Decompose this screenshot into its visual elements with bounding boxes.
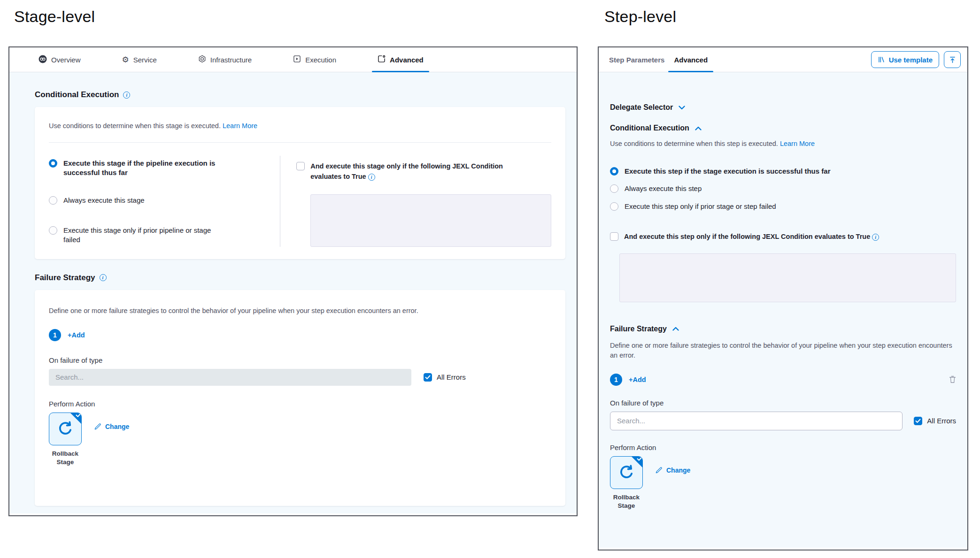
change-action-button[interactable]: Change — [94, 423, 129, 430]
jexl-condition-input[interactable] — [619, 253, 956, 302]
jexl-condition-section: And execute this stage only if the follo… — [280, 156, 551, 247]
radio-label: Always execute this step — [625, 184, 702, 193]
change-label: Change — [666, 466, 690, 474]
save-as-template-button[interactable] — [944, 51, 961, 68]
tab-advanced[interactable]: Advanced — [674, 47, 708, 72]
use-template-button[interactable]: Use template — [871, 51, 939, 68]
tab-label: Service — [133, 56, 157, 64]
step-advanced-content: Delegate Selector Conditional Execution … — [599, 72, 967, 548]
radio-option-always-execute[interactable]: Always execute this step — [610, 184, 956, 193]
delete-strategy-button[interactable] — [949, 375, 956, 383]
all-errors-option[interactable]: All Errors — [424, 373, 466, 382]
advanced-icon — [378, 55, 386, 64]
radio-label: Always execute this stage — [63, 196, 145, 205]
info-icon[interactable]: i — [100, 274, 107, 281]
delegate-selector-heading[interactable]: Delegate Selector — [610, 103, 956, 112]
radio-icon — [49, 159, 57, 168]
radio-option-prior-failed[interactable]: Execute this step only if prior stage or… — [610, 202, 956, 211]
radio-icon — [610, 202, 618, 211]
execution-condition-options: Execute this stage if the pipeline execu… — [49, 156, 280, 247]
info-icon[interactable]: i — [123, 92, 130, 99]
failure-strategy-heading: Failure Strategy i — [35, 273, 565, 283]
divider — [49, 142, 551, 143]
radio-option-always-execute[interactable]: Always execute this stage — [49, 196, 280, 205]
all-errors-label: All Errors — [927, 417, 956, 425]
jexl-condition-input[interactable] — [310, 194, 551, 247]
stage-level-panel: Overview ⚙ Service Infrastructure Execut… — [8, 46, 578, 516]
jexl-condition-checkbox[interactable] — [296, 162, 305, 170]
pencil-icon — [655, 466, 663, 474]
strategy-badge[interactable]: 1 — [610, 374, 622, 386]
action-name: Rollback Stage — [49, 450, 82, 467]
learn-more-link[interactable]: Learn More — [780, 140, 815, 147]
all-errors-option[interactable]: All Errors — [914, 416, 956, 425]
tab-service[interactable]: ⚙ Service — [122, 47, 157, 72]
tab-execution[interactable]: Execution — [293, 47, 336, 72]
on-failure-of-type-label: On failure of type — [49, 356, 551, 364]
radio-label: Execute this stage only if prior pipelin… — [63, 226, 218, 245]
failure-type-search-input[interactable] — [49, 369, 411, 386]
step-level-title: Step-level — [604, 8, 676, 26]
action-name: Rollback Stage — [610, 493, 643, 511]
rollback-stage-action-card[interactable] — [610, 456, 643, 489]
rollback-stage-action-card[interactable] — [49, 413, 82, 445]
section-title: Failure Strategy — [610, 325, 667, 333]
hexagon-icon — [198, 55, 206, 64]
failure-strategy-description: Define one or more failure strategies to… — [49, 306, 551, 316]
radio-label: Execute this stage if the pipeline execu… — [63, 159, 218, 178]
jexl-condition-checkbox[interactable] — [610, 232, 618, 241]
section-title: Conditional Execution — [35, 90, 119, 99]
change-action-button[interactable]: Change — [655, 466, 690, 474]
step-tab-bar: Step Parameters Advanced Use template — [599, 47, 967, 72]
tab-advanced[interactable]: Advanced — [378, 47, 424, 72]
learn-more-link[interactable]: Learn More — [223, 122, 257, 130]
strategy-badge[interactable]: 1 — [49, 329, 61, 341]
radio-option-stage-successful[interactable]: Execute this step if the stage execution… — [610, 167, 956, 176]
section-title: Failure Strategy — [35, 273, 95, 283]
failure-strategy-card: Define one or more failure strategies to… — [35, 290, 565, 506]
tab-label: Overview — [51, 56, 81, 64]
conditional-execution-description: Use conditions to determine when this st… — [610, 139, 956, 149]
conditional-execution-card: Use conditions to determine when this st… — [35, 107, 565, 259]
description-text: Use conditions to determine when this st… — [610, 140, 778, 147]
radio-icon — [49, 196, 57, 205]
all-errors-checkbox[interactable] — [914, 417, 922, 425]
tab-overview[interactable]: Overview — [39, 47, 81, 72]
jexl-condition-section: And execute this step only if the follow… — [610, 232, 956, 242]
radio-label: Execute this step only if prior stage or… — [625, 202, 776, 211]
tab-label: Infrastructure — [210, 56, 252, 64]
info-icon[interactable]: i — [368, 174, 375, 181]
info-icon[interactable]: i — [872, 234, 879, 241]
radio-icon — [49, 226, 57, 235]
radio-option-prior-failed[interactable]: Execute this stage only if prior pipelin… — [49, 226, 280, 245]
add-strategy-button[interactable]: +Add — [68, 331, 85, 339]
selected-check-icon — [70, 413, 82, 424]
section-title: Conditional Execution — [610, 124, 689, 132]
conditional-execution-description: Use conditions to determine when this st… — [49, 121, 551, 131]
tab-label: Advanced — [390, 56, 424, 64]
on-failure-of-type-label: On failure of type — [610, 399, 956, 407]
conditional-execution-heading[interactable]: Conditional Execution — [610, 124, 956, 132]
overview-icon — [39, 55, 47, 65]
library-icon — [878, 56, 885, 63]
step-level-panel: Step Parameters Advanced Use template De… — [598, 46, 968, 550]
tab-label: Advanced — [674, 56, 708, 64]
add-strategy-button[interactable]: +Add — [629, 376, 646, 383]
section-title: Delegate Selector — [610, 103, 673, 112]
radio-label: Execute this step if the stage execution… — [625, 167, 830, 176]
conditional-execution-heading: Conditional Execution i — [35, 90, 565, 99]
radio-option-pipeline-successful[interactable]: Execute this stage if the pipeline execu… — [49, 159, 280, 178]
all-errors-checkbox[interactable] — [424, 373, 432, 382]
failure-strategy-heading[interactable]: Failure Strategy — [610, 325, 956, 333]
radio-icon — [610, 184, 618, 193]
execution-condition-options: Execute this step if the stage execution… — [610, 167, 956, 211]
radio-icon — [610, 167, 618, 176]
tab-label: Execution — [305, 56, 336, 64]
jexl-label-text: And execute this step only if the follow… — [624, 233, 870, 240]
tab-label: Step Parameters — [609, 56, 664, 64]
failure-type-search-input[interactable] — [610, 412, 903, 430]
stage-tab-bar: Overview ⚙ Service Infrastructure Execut… — [9, 47, 577, 72]
tab-step-parameters[interactable]: Step Parameters — [609, 47, 664, 72]
tab-infrastructure[interactable]: Infrastructure — [198, 47, 252, 72]
chevron-up-icon — [695, 126, 702, 130]
